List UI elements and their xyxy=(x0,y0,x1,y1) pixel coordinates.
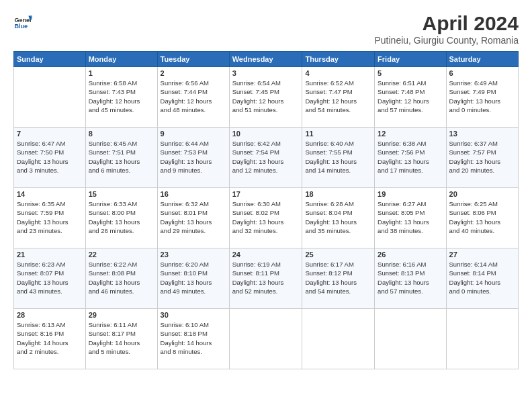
day-number: 29 xyxy=(89,311,154,319)
calendar-cell: 18Sunrise: 6:28 AM Sunset: 8:04 PM Dayli… xyxy=(302,188,375,248)
calendar-cell: 30Sunrise: 6:10 AM Sunset: 8:18 PM Dayli… xyxy=(157,309,229,369)
calendar-cell: 1Sunrise: 6:58 AM Sunset: 7:43 PM Daylig… xyxy=(85,67,157,128)
day-number: 28 xyxy=(17,311,83,319)
calendar-cell: 16Sunrise: 6:32 AM Sunset: 8:01 PM Dayli… xyxy=(157,188,229,248)
day-number: 3 xyxy=(232,69,300,77)
calendar-cell: 29Sunrise: 6:11 AM Sunset: 8:17 PM Dayli… xyxy=(85,309,157,369)
day-info: Sunrise: 6:32 AM Sunset: 8:01 PM Dayligh… xyxy=(161,199,226,235)
calendar-cell: 26Sunrise: 6:16 AM Sunset: 8:13 PM Dayli… xyxy=(375,248,446,309)
day-info: Sunrise: 6:56 AM Sunset: 7:44 PM Dayligh… xyxy=(161,79,226,114)
day-number: 16 xyxy=(161,190,226,198)
calendar-cell: 2Sunrise: 6:56 AM Sunset: 7:44 PM Daylig… xyxy=(157,67,229,128)
calendar-cell: 22Sunrise: 6:22 AM Sunset: 8:08 PM Dayli… xyxy=(85,248,157,309)
calendar-weekday-sunday: Sunday xyxy=(14,52,86,67)
calendar-cell xyxy=(446,309,518,369)
svg-text:Blue: Blue xyxy=(14,23,28,30)
day-number: 24 xyxy=(232,250,300,259)
day-info: Sunrise: 6:58 AM Sunset: 7:43 PM Dayligh… xyxy=(89,79,154,114)
day-info: Sunrise: 6:49 AM Sunset: 7:49 PM Dayligh… xyxy=(449,79,515,114)
day-number: 17 xyxy=(232,190,300,198)
calendar-cell xyxy=(14,67,86,128)
day-number: 19 xyxy=(378,190,443,198)
day-number: 8 xyxy=(89,130,154,138)
day-number: 10 xyxy=(232,130,300,138)
calendar-table: SundayMondayTuesdayWednesdayThursdayFrid… xyxy=(13,51,519,369)
logo-icon: General Blue xyxy=(13,12,32,31)
day-info: Sunrise: 6:10 AM Sunset: 8:18 PM Dayligh… xyxy=(161,320,226,356)
calendar-week-1: 1Sunrise: 6:58 AM Sunset: 7:43 PM Daylig… xyxy=(14,67,519,128)
day-info: Sunrise: 6:23 AM Sunset: 8:07 PM Dayligh… xyxy=(17,260,83,295)
day-info: Sunrise: 6:17 AM Sunset: 8:12 PM Dayligh… xyxy=(305,260,371,295)
header: General Blue April 2024 Putineiu, Giurgi… xyxy=(13,12,519,46)
day-number: 27 xyxy=(449,250,515,259)
day-number: 14 xyxy=(17,190,83,198)
day-number: 22 xyxy=(89,250,154,259)
calendar-cell: 13Sunrise: 6:37 AM Sunset: 7:57 PM Dayli… xyxy=(446,128,518,188)
calendar-weekday-wednesday: Wednesday xyxy=(229,52,302,67)
calendar-weekday-saturday: Saturday xyxy=(446,52,518,67)
day-number: 13 xyxy=(449,130,515,138)
calendar-weekday-monday: Monday xyxy=(85,52,157,67)
page: General Blue April 2024 Putineiu, Giurgi… xyxy=(0,0,532,411)
calendar-week-3: 14Sunrise: 6:35 AM Sunset: 7:59 PM Dayli… xyxy=(14,188,519,248)
calendar-cell: 5Sunrise: 6:51 AM Sunset: 7:48 PM Daylig… xyxy=(375,67,446,128)
calendar-weekday-tuesday: Tuesday xyxy=(157,52,229,67)
calendar-cell: 27Sunrise: 6:14 AM Sunset: 8:14 PM Dayli… xyxy=(446,248,518,309)
day-number: 25 xyxy=(305,250,371,259)
calendar-cell: 17Sunrise: 6:30 AM Sunset: 8:02 PM Dayli… xyxy=(229,188,302,248)
day-info: Sunrise: 6:51 AM Sunset: 7:48 PM Dayligh… xyxy=(378,79,443,114)
day-number: 12 xyxy=(378,130,443,138)
calendar-cell xyxy=(302,309,375,369)
calendar-cell: 4Sunrise: 6:52 AM Sunset: 7:47 PM Daylig… xyxy=(302,67,375,128)
day-number: 15 xyxy=(89,190,154,198)
day-number: 2 xyxy=(161,69,226,77)
day-info: Sunrise: 6:22 AM Sunset: 8:08 PM Dayligh… xyxy=(89,260,154,295)
day-info: Sunrise: 6:27 AM Sunset: 8:05 PM Dayligh… xyxy=(378,199,443,235)
day-info: Sunrise: 6:44 AM Sunset: 7:53 PM Dayligh… xyxy=(161,139,226,175)
day-info: Sunrise: 6:20 AM Sunset: 8:10 PM Dayligh… xyxy=(161,260,226,295)
day-info: Sunrise: 6:16 AM Sunset: 8:13 PM Dayligh… xyxy=(378,260,443,295)
logo: General Blue xyxy=(13,12,35,31)
calendar-cell: 28Sunrise: 6:13 AM Sunset: 8:16 PM Dayli… xyxy=(14,309,86,369)
calendar-cell xyxy=(229,309,302,369)
day-number: 26 xyxy=(378,250,443,259)
calendar-cell: 20Sunrise: 6:25 AM Sunset: 8:06 PM Dayli… xyxy=(446,188,518,248)
day-number: 4 xyxy=(305,69,371,77)
day-info: Sunrise: 6:37 AM Sunset: 7:57 PM Dayligh… xyxy=(449,139,515,175)
day-info: Sunrise: 6:54 AM Sunset: 7:45 PM Dayligh… xyxy=(232,79,300,114)
calendar-cell: 12Sunrise: 6:38 AM Sunset: 7:56 PM Dayli… xyxy=(375,128,446,188)
calendar-week-5: 28Sunrise: 6:13 AM Sunset: 8:16 PM Dayli… xyxy=(14,309,519,369)
calendar-header-row: SundayMondayTuesdayWednesdayThursdayFrid… xyxy=(14,52,519,67)
calendar-cell: 6Sunrise: 6:49 AM Sunset: 7:49 PM Daylig… xyxy=(446,67,518,128)
day-number: 6 xyxy=(449,69,515,77)
calendar-week-2: 7Sunrise: 6:47 AM Sunset: 7:50 PM Daylig… xyxy=(14,128,519,188)
calendar-cell: 7Sunrise: 6:47 AM Sunset: 7:50 PM Daylig… xyxy=(14,128,86,188)
day-info: Sunrise: 6:52 AM Sunset: 7:47 PM Dayligh… xyxy=(305,79,371,114)
main-title: April 2024 xyxy=(374,12,519,35)
calendar-cell: 9Sunrise: 6:44 AM Sunset: 7:53 PM Daylig… xyxy=(157,128,229,188)
day-info: Sunrise: 6:30 AM Sunset: 8:02 PM Dayligh… xyxy=(232,199,300,235)
calendar-cell: 3Sunrise: 6:54 AM Sunset: 7:45 PM Daylig… xyxy=(229,67,302,128)
subtitle: Putineiu, Giurgiu County, Romania xyxy=(374,35,519,46)
calendar-cell: 14Sunrise: 6:35 AM Sunset: 7:59 PM Dayli… xyxy=(14,188,86,248)
day-number: 18 xyxy=(305,190,371,198)
calendar-weekday-thursday: Thursday xyxy=(302,52,375,67)
calendar-cell: 25Sunrise: 6:17 AM Sunset: 8:12 PM Dayli… xyxy=(302,248,375,309)
calendar-cell: 8Sunrise: 6:45 AM Sunset: 7:51 PM Daylig… xyxy=(85,128,157,188)
day-number: 30 xyxy=(161,311,226,319)
day-info: Sunrise: 6:11 AM Sunset: 8:17 PM Dayligh… xyxy=(89,320,154,356)
day-number: 1 xyxy=(89,69,154,77)
calendar-cell: 24Sunrise: 6:19 AM Sunset: 8:11 PM Dayli… xyxy=(229,248,302,309)
day-info: Sunrise: 6:19 AM Sunset: 8:11 PM Dayligh… xyxy=(232,260,300,295)
calendar-cell: 19Sunrise: 6:27 AM Sunset: 8:05 PM Dayli… xyxy=(375,188,446,248)
day-info: Sunrise: 6:25 AM Sunset: 8:06 PM Dayligh… xyxy=(449,199,515,235)
day-info: Sunrise: 6:45 AM Sunset: 7:51 PM Dayligh… xyxy=(89,139,154,175)
day-number: 9 xyxy=(161,130,226,138)
day-info: Sunrise: 6:35 AM Sunset: 7:59 PM Dayligh… xyxy=(17,199,83,235)
day-number: 21 xyxy=(17,250,83,259)
calendar-week-4: 21Sunrise: 6:23 AM Sunset: 8:07 PM Dayli… xyxy=(14,248,519,309)
calendar-cell: 10Sunrise: 6:42 AM Sunset: 7:54 PM Dayli… xyxy=(229,128,302,188)
day-number: 23 xyxy=(161,250,226,259)
day-info: Sunrise: 6:42 AM Sunset: 7:54 PM Dayligh… xyxy=(232,139,300,175)
day-number: 5 xyxy=(378,69,443,77)
